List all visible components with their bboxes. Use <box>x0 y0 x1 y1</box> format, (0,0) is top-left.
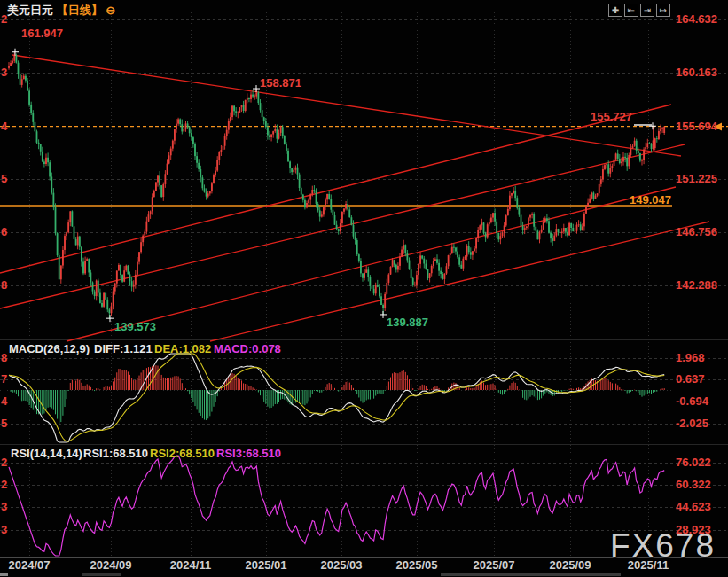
macd-dea-line <box>9 354 664 441</box>
rsi3-value: RSI3:68.510 <box>216 447 281 460</box>
macd-dea-value: DEA:1.082 <box>154 342 211 355</box>
rsi1-value: RSI1:68.510 <box>83 447 148 460</box>
macd-diff-value: DIFF:1.121 <box>94 342 153 355</box>
macd-value: MACD:0.078 <box>214 342 281 355</box>
candlestick-series <box>8 52 665 318</box>
trend-line[interactable] <box>67 187 676 341</box>
chart-window: FX678 149.047161.947158.871139.573139.88… <box>0 0 728 577</box>
symbol-name: 美元日元 <box>7 4 53 17</box>
shift-chart-right-button[interactable]: ↦ <box>656 4 670 17</box>
trend-line[interactable] <box>0 105 671 273</box>
trend-line[interactable] <box>210 222 709 341</box>
collapse-icon[interactable]: ⊖ <box>106 4 115 17</box>
chart-canvas[interactable] <box>0 0 728 577</box>
scrollbar-segment[interactable] <box>82 573 121 576</box>
price-pointer-icon <box>714 123 722 131</box>
fit-chart-button[interactable]: ✚ <box>608 4 622 17</box>
swing-markers <box>12 49 656 322</box>
compress-scale-right-button[interactable]: ⇥ <box>640 4 654 17</box>
period-label: 【日线】 <box>57 4 103 17</box>
macd-histogram <box>11 365 665 424</box>
rsi2-value: RSI2:68.510 <box>150 447 215 460</box>
watermark: FX678 <box>610 527 716 565</box>
scrollbar-left-cap[interactable] <box>0 573 8 576</box>
rsi-line <box>9 456 664 556</box>
scrollbar-thumb[interactable] <box>441 573 621 576</box>
compress-scale-left-button[interactable]: ⇤ <box>624 4 638 17</box>
rsi-title: RSI(14,14,14) <box>11 447 82 460</box>
grid <box>0 12 728 558</box>
chart-title: 美元日元 【日线】 ⊖ <box>7 3 115 19</box>
macd-title: MACD(26,12,9) <box>9 342 90 355</box>
trend-line[interactable] <box>12 55 681 156</box>
